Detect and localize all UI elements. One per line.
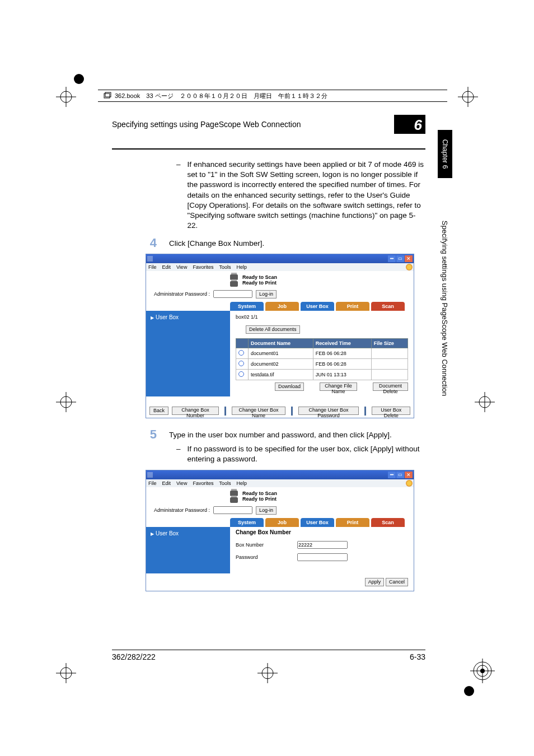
table-row: document01 FEB 06 06:28 xyxy=(236,348,408,358)
menu-tools[interactable]: Tools xyxy=(219,264,231,270)
crop-mark-icon xyxy=(56,87,76,107)
menu-favorites[interactable]: Favorites xyxy=(193,480,213,486)
svg-point-23 xyxy=(74,74,84,84)
tab-job[interactable]: Job xyxy=(265,302,299,311)
step-number-5: 5 xyxy=(146,428,157,441)
book-header-strip: 362.book 33 ページ ２００８年１０月２０日 月曜日 午前１１時３２分 xyxy=(98,90,447,102)
close-button[interactable]: ✕ xyxy=(405,255,413,262)
tab-userbox[interactable]: User Box xyxy=(301,518,334,527)
table-row: document02 FEB 06 06:28 xyxy=(236,358,408,369)
admin-password-label: Administrator Password : xyxy=(154,291,210,297)
document-delete-button[interactable]: Document Delete xyxy=(373,382,408,391)
row-radio[interactable] xyxy=(238,361,244,366)
menu-edit[interactable]: Edit xyxy=(162,264,171,270)
step-4-text: Click [Change Box Number]. xyxy=(169,237,264,248)
form-title: Change Box Number xyxy=(236,529,408,535)
menu-help[interactable]: Help xyxy=(236,264,247,270)
cell-doc-name: document01 xyxy=(249,348,313,358)
printer-icon xyxy=(230,497,238,503)
password-input[interactable] xyxy=(297,553,348,561)
crop-mark-icon xyxy=(458,87,478,107)
change-file-name-button[interactable]: Change File Name xyxy=(320,382,357,391)
cell-received-time: JUN 01 13:13 xyxy=(313,369,371,380)
app-icon xyxy=(147,472,153,478)
ie-logo-icon xyxy=(406,264,413,270)
window-titlebar: ━ ▭ ✕ xyxy=(146,254,414,263)
maximize-button[interactable]: ▭ xyxy=(396,472,404,478)
row-radio[interactable] xyxy=(238,350,244,356)
dash-bullet: – xyxy=(176,160,181,231)
box-number-input[interactable] xyxy=(297,541,348,549)
minimize-button[interactable]: ━ xyxy=(388,255,396,262)
tab-scan[interactable]: Scan xyxy=(371,518,405,527)
security-note-text: If enhanced security settings have been … xyxy=(188,160,425,231)
menu-help[interactable]: Help xyxy=(236,480,247,486)
user-box-delete-button[interactable]: User Box Delete xyxy=(372,407,410,415)
col-received-time: Received Time xyxy=(313,338,371,348)
corner-dot-icon xyxy=(73,73,85,85)
maximize-button[interactable]: ▭ xyxy=(396,255,404,262)
crop-mark-icon xyxy=(257,663,278,683)
tab-job[interactable]: Job xyxy=(265,518,299,527)
browser-window-1: ━ ▭ ✕ File Edit View Favorites Tools Hel… xyxy=(146,254,414,418)
footer-model-numbers: 362/282/222 xyxy=(112,652,156,661)
step-5-text: Type in the user box number and password… xyxy=(169,428,392,439)
tab-userbox[interactable]: User Box xyxy=(301,302,334,311)
cell-received-time: FEB 06 06:28 xyxy=(313,348,371,358)
running-head-title: Specifying settings using PageScope Web … xyxy=(112,120,394,129)
cell-doc-name: testdata.tif xyxy=(249,369,313,380)
sidebar: ▶User Box xyxy=(146,527,230,573)
menu-edit[interactable]: Edit xyxy=(162,480,171,486)
status-ready-scan: Ready to Scan xyxy=(242,274,277,280)
apply-button[interactable]: Apply xyxy=(365,578,385,586)
cancel-button[interactable]: Cancel xyxy=(386,578,408,586)
menu-file[interactable]: File xyxy=(148,480,157,486)
col-file-size: File Size xyxy=(371,338,407,348)
separator-icon xyxy=(291,407,293,416)
menu-file[interactable]: File xyxy=(148,264,157,270)
close-button[interactable]: ✕ xyxy=(405,472,413,478)
triangle-icon: ▶ xyxy=(151,315,154,320)
separator-icon xyxy=(224,407,226,416)
menu-favorites[interactable]: Favorites xyxy=(193,264,213,270)
login-button[interactable]: Log-in xyxy=(256,290,277,298)
sidebar-item-userbox[interactable]: User Box xyxy=(156,530,179,536)
footer-page-number: 6-33 xyxy=(410,652,425,661)
login-button[interactable]: Log-in xyxy=(256,506,277,515)
admin-password-input[interactable] xyxy=(213,290,252,298)
chapter-tab: Chapter 6 xyxy=(438,130,452,178)
book-header-text: 362.book 33 ページ ２００８年１０月２０日 月曜日 午前１１時３２分 xyxy=(115,92,327,100)
delete-all-documents-button[interactable]: Delete All documents xyxy=(246,325,300,334)
admin-password-input[interactable] xyxy=(213,506,252,514)
box-number-label: Box Number xyxy=(236,542,297,548)
side-running-title: Specifying settings using PageScope Web … xyxy=(438,190,452,426)
change-user-box-name-button[interactable]: Change User Box Name xyxy=(232,407,285,415)
minimize-button[interactable]: ━ xyxy=(388,472,396,478)
svg-point-24 xyxy=(464,686,474,696)
download-button[interactable]: Download xyxy=(275,382,304,391)
triangle-icon: ▶ xyxy=(151,531,154,536)
back-button[interactable]: Back xyxy=(149,407,168,415)
documents-table: Document Name Received Time File Size do… xyxy=(236,338,408,380)
password-label: Password xyxy=(236,554,297,560)
tab-system[interactable]: System xyxy=(230,518,264,527)
tab-print[interactable]: Print xyxy=(336,518,369,527)
dash-bullet: – xyxy=(176,444,181,464)
tab-print[interactable]: Print xyxy=(336,302,369,311)
menu-view[interactable]: View xyxy=(176,480,187,486)
tab-scan[interactable]: Scan xyxy=(371,302,405,311)
change-box-number-button[interactable]: Change Box Number xyxy=(172,407,219,415)
cell-file-size xyxy=(371,369,407,380)
cell-doc-name: document02 xyxy=(249,358,313,369)
status-ready-print: Ready to Print xyxy=(242,280,277,286)
menu-view[interactable]: View xyxy=(176,264,187,270)
status-ready-scan: Ready to Scan xyxy=(242,491,277,496)
row-radio[interactable] xyxy=(238,371,244,377)
change-user-box-password-button[interactable]: Change User Box Password xyxy=(298,407,359,415)
menu-tools[interactable]: Tools xyxy=(219,480,231,486)
sidebar-item-userbox[interactable]: User Box xyxy=(156,314,179,320)
tab-system[interactable]: System xyxy=(230,302,264,311)
sidebar: ▶User Box xyxy=(146,311,230,396)
separator-icon xyxy=(364,407,366,416)
cell-file-size xyxy=(371,348,407,358)
